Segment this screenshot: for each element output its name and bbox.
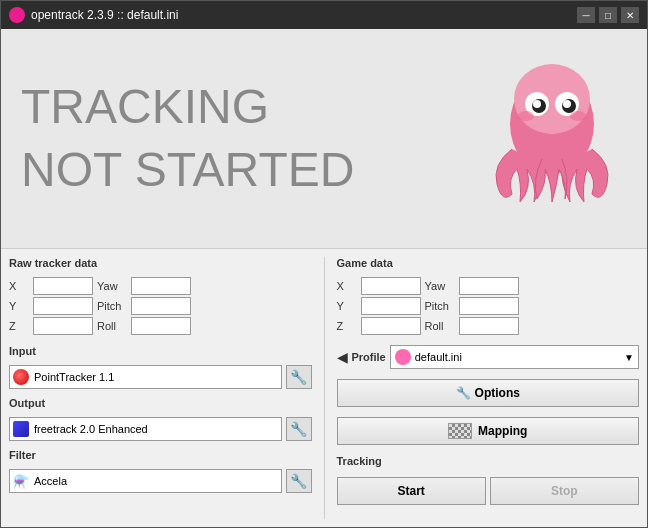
svg-point-1 <box>514 64 590 134</box>
raw-roll-value <box>131 317 191 335</box>
svg-point-6 <box>533 100 541 108</box>
raw-x-label: X <box>9 280 29 292</box>
svg-point-7 <box>563 100 571 108</box>
tracking-line1: TRACKING <box>21 81 477 134</box>
game-yaw-value <box>459 277 519 295</box>
profile-label: Profile <box>352 351 386 363</box>
game-z-value <box>361 317 421 335</box>
raw-data-grid: X Yaw Y Pitch Z Roll <box>9 277 312 335</box>
filter-row: ⚗️ Accela 🔧 <box>9 469 312 493</box>
filter-label: Filter <box>9 449 312 461</box>
output-settings-button[interactable]: 🔧 <box>286 417 312 441</box>
game-x-value <box>361 277 421 295</box>
filter-select[interactable]: Accela <box>9 469 282 493</box>
window-controls: ─ □ ✕ <box>577 7 639 23</box>
profile-arrow-icon[interactable]: ◀ <box>337 349 348 365</box>
app-icon <box>9 7 25 23</box>
input-select-wrapper: PointTracker 1.1 <box>9 365 282 389</box>
bottom-section: Raw tracker data X Yaw Y Pitch Z Roll <box>1 249 647 527</box>
game-x-label: X <box>337 280 357 292</box>
game-yaw-label: Yaw <box>425 280 455 292</box>
raw-tracker-label: Raw tracker data <box>9 257 312 269</box>
title-bar: opentrack 2.3.9 :: default.ini ─ □ ✕ <box>1 1 647 29</box>
output-select[interactable]: freetrack 2.0 Enhanced <box>9 417 282 441</box>
game-roll-label: Roll <box>425 320 455 332</box>
game-y-value <box>361 297 421 315</box>
tracking-buttons: Start Stop <box>337 477 640 505</box>
game-pitch-label: Pitch <box>425 300 455 312</box>
input-row: PointTracker 1.1 🔧 <box>9 365 312 389</box>
input-select[interactable]: PointTracker 1.1 <box>9 365 282 389</box>
mapping-label: Mapping <box>478 424 527 438</box>
filter-select-wrapper: ⚗️ Accela <box>9 469 282 493</box>
ini-icon <box>395 349 411 365</box>
content-area: TRACKING NOT STARTED <box>1 29 647 527</box>
window-title: opentrack 2.3.9 :: default.ini <box>31 8 577 22</box>
raw-yaw-label: Yaw <box>97 280 127 292</box>
raw-pitch-label: Pitch <box>97 300 127 312</box>
output-select-wrapper: freetrack 2.0 Enhanced <box>9 417 282 441</box>
raw-x-value <box>33 277 93 295</box>
svg-point-8 <box>518 111 534 121</box>
filter-settings-button[interactable]: 🔧 <box>286 469 312 493</box>
octopus-image <box>477 49 627 229</box>
input-label: Input <box>9 345 312 357</box>
maximize-button[interactable]: □ <box>599 7 617 23</box>
game-roll-value <box>459 317 519 335</box>
octopus-svg <box>482 54 622 224</box>
game-y-label: Y <box>337 300 357 312</box>
raw-y-value <box>33 297 93 315</box>
raw-pitch-value <box>131 297 191 315</box>
options-icon: 🔧 <box>456 386 471 400</box>
close-button[interactable]: ✕ <box>621 7 639 23</box>
input-settings-button[interactable]: 🔧 <box>286 365 312 389</box>
output-row: freetrack 2.0 Enhanced 🔧 <box>9 417 312 441</box>
output-label: Output <box>9 397 312 409</box>
svg-point-9 <box>570 111 586 121</box>
raw-z-label: Z <box>9 320 29 332</box>
profile-combo[interactable]: default.ini ▼ <box>390 345 639 369</box>
game-pitch-value <box>459 297 519 315</box>
mapping-icon <box>448 423 472 439</box>
game-z-label: Z <box>337 320 357 332</box>
game-data-label: Game data <box>337 257 640 269</box>
raw-yaw-value <box>131 277 191 295</box>
tracking-status: TRACKING NOT STARTED <box>21 81 477 197</box>
profile-row: ◀ Profile default.ini ▼ <box>337 345 640 369</box>
options-label: Options <box>475 386 520 400</box>
raw-y-label: Y <box>9 300 29 312</box>
top-section: TRACKING NOT STARTED <box>1 29 647 249</box>
raw-z-value <box>33 317 93 335</box>
profile-dropdown-arrow: ▼ <box>624 352 634 363</box>
start-button[interactable]: Start <box>337 477 486 505</box>
tracking-section-label: Tracking <box>337 455 640 467</box>
mapping-button[interactable]: Mapping <box>337 417 640 445</box>
stop-button[interactable]: Stop <box>490 477 639 505</box>
panel-divider <box>324 257 325 519</box>
minimize-button[interactable]: ─ <box>577 7 595 23</box>
left-panel: Raw tracker data X Yaw Y Pitch Z Roll <box>9 257 312 519</box>
profile-value: default.ini <box>415 351 462 363</box>
tracking-line2: NOT STARTED <box>21 144 477 197</box>
game-data-grid: X Yaw Y Pitch Z Roll <box>337 277 640 335</box>
options-button[interactable]: 🔧 Options <box>337 379 640 407</box>
raw-roll-label: Roll <box>97 320 127 332</box>
right-panel: Game data X Yaw Y Pitch Z Roll <box>337 257 640 519</box>
main-window: opentrack 2.3.9 :: default.ini ─ □ ✕ TRA… <box>0 0 648 528</box>
